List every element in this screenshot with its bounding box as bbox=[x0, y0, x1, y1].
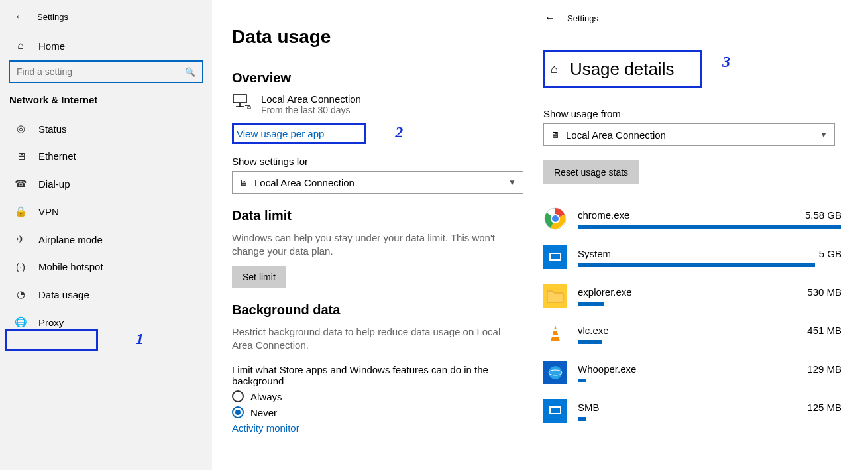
sidebar-item-vpn[interactable]: 🔒 VPN bbox=[0, 198, 212, 225]
overview-row: Local Area Connection From the last 30 d… bbox=[232, 93, 517, 115]
svg-marker-10 bbox=[551, 325, 560, 341]
datausage-icon: ◔ bbox=[15, 288, 27, 300]
vpn-icon: 🔒 bbox=[15, 206, 27, 217]
view-usage-link[interactable]: View usage per app bbox=[237, 128, 324, 139]
data-limit-desc: Windows can help you stay under your dat… bbox=[232, 231, 510, 259]
hotspot-icon: (·) bbox=[15, 261, 27, 272]
radio-label: Always bbox=[250, 391, 282, 402]
sidebar-item-airplane[interactable]: ✈ Airplane mode bbox=[0, 225, 212, 253]
right-header: ← Settings bbox=[543, 9, 841, 36]
data-limit-heading: Data limit bbox=[232, 208, 517, 223]
background-data-desc: Restrict background data to help reduce … bbox=[232, 325, 510, 353]
select-value: Local Area Connection bbox=[566, 129, 666, 141]
radio-always[interactable]: Always bbox=[232, 390, 517, 402]
sidebar-item-status[interactable]: ◎ Status bbox=[0, 115, 212, 143]
home-label: Home bbox=[38, 40, 65, 52]
sidebar-item-label: Dial-up bbox=[38, 178, 70, 190]
app-name: vlc.exe bbox=[578, 325, 609, 336]
usage-select[interactable]: 🖥 Local Area Connection ▼ bbox=[543, 123, 835, 146]
background-sub: Limit what Store apps and Windows featur… bbox=[232, 364, 517, 386]
app-size: 5 GB bbox=[819, 248, 841, 259]
connection-sub: From the last 30 days bbox=[261, 105, 361, 115]
vlc-icon bbox=[543, 322, 567, 346]
settings-select[interactable]: 🖥 Local Area Connection ▼ bbox=[232, 171, 523, 194]
select-value: Local Area Connection bbox=[254, 177, 354, 188]
usage-bar bbox=[578, 263, 815, 267]
show-settings-label: Show settings for bbox=[232, 156, 517, 167]
sidebar-item-datausage[interactable]: ◔ Data usage bbox=[0, 280, 212, 308]
app-row: vlc.exe451 MB bbox=[543, 322, 841, 346]
sidebar-item-label: Proxy bbox=[38, 317, 64, 328]
app-size: 129 MB bbox=[807, 363, 841, 375]
sidebar-item-label: Data usage bbox=[38, 289, 89, 300]
sidebar-item-label: Mobile hotspot bbox=[38, 261, 103, 272]
ethernet-icon: 🖥 bbox=[15, 150, 27, 162]
overview-heading: Overview bbox=[232, 70, 517, 86]
app-name: System bbox=[578, 248, 611, 259]
main-panel: Data usage Overview Local Area Connectio… bbox=[212, 0, 530, 470]
annotation-3: 3 bbox=[722, 53, 730, 71]
usage-bar bbox=[578, 225, 841, 229]
chevron-down-icon: ▼ bbox=[508, 178, 516, 187]
app-row: chrome.exe5.58 GB bbox=[543, 207, 841, 231]
annotation-box-1 bbox=[5, 329, 98, 351]
sidebar-item-label: Airplane mode bbox=[38, 234, 103, 245]
radio-never[interactable]: Never bbox=[232, 406, 517, 418]
app-size: 451 MB bbox=[807, 325, 841, 336]
usage-bar bbox=[578, 302, 604, 306]
app-size: 5.58 GB bbox=[805, 209, 841, 221]
sidebar-item-dialup[interactable]: ☎ Dial-up bbox=[0, 170, 212, 198]
ethernet-mini-icon: 🖥 bbox=[551, 130, 559, 140]
set-limit-button[interactable]: Set limit bbox=[232, 266, 286, 288]
app-name: explorer.exe bbox=[578, 286, 632, 298]
sidebar-item-hotspot[interactable]: (·) Mobile hotspot bbox=[0, 253, 212, 280]
sidebar-item-ethernet[interactable]: 🖥 Ethernet bbox=[0, 143, 212, 170]
app-row: Whooper.exe129 MB bbox=[543, 361, 841, 384]
usage-bar bbox=[578, 340, 602, 344]
connection-icon bbox=[232, 93, 252, 109]
page-title: Data usage bbox=[232, 27, 517, 48]
svg-point-13 bbox=[549, 366, 562, 379]
annotation-box-3: ⌂ Usage details bbox=[543, 50, 702, 88]
whooper-icon bbox=[543, 361, 567, 384]
activity-monitor-link[interactable]: Activity monitor bbox=[232, 422, 517, 434]
system-icon bbox=[543, 245, 567, 269]
header-title: Settings bbox=[37, 12, 68, 22]
home-icon: ⌂ bbox=[15, 40, 27, 52]
right-panel: ← Settings ⌂ Usage details 3 Show usage … bbox=[530, 0, 868, 470]
status-icon: ◎ bbox=[15, 123, 27, 135]
svg-rect-4 bbox=[248, 107, 250, 109]
usage-bar bbox=[578, 379, 586, 382]
back-icon[interactable]: ← bbox=[15, 11, 25, 23]
show-usage-label: Show usage from bbox=[543, 108, 841, 119]
search-box[interactable]: 🔍 bbox=[9, 61, 203, 82]
radio-icon bbox=[232, 390, 244, 402]
proxy-icon: 🌐 bbox=[15, 316, 27, 328]
app-name: chrome.exe bbox=[578, 209, 629, 221]
sidebar: ← Settings ⌂ Home 🔍 Network & Internet ◎… bbox=[0, 0, 212, 470]
annotation-1: 1 bbox=[136, 330, 144, 348]
back-icon[interactable]: ← bbox=[545, 12, 555, 24]
svg-point-7 bbox=[551, 215, 559, 223]
radio-icon-selected bbox=[232, 406, 244, 418]
dialup-icon: ☎ bbox=[15, 178, 27, 190]
usage-details-title: Usage details bbox=[570, 59, 675, 80]
chevron-down-icon: ▼ bbox=[820, 130, 828, 139]
reset-stats-button[interactable]: Reset usage stats bbox=[543, 160, 639, 184]
background-data-heading: Background data bbox=[232, 302, 517, 318]
overview-text: Local Area Connection From the last 30 d… bbox=[261, 93, 361, 115]
search-input[interactable] bbox=[10, 66, 178, 77]
search-icon: 🔍 bbox=[178, 67, 202, 77]
sidebar-item-label: VPN bbox=[38, 206, 59, 217]
app-size: 530 MB bbox=[807, 286, 841, 298]
app-size: 125 MB bbox=[807, 402, 841, 413]
sidebar-header: ← Settings bbox=[0, 8, 212, 34]
svg-rect-12 bbox=[551, 335, 559, 337]
connection-name: Local Area Connection bbox=[261, 93, 361, 105]
svg-rect-9 bbox=[551, 254, 560, 259]
usage-bar bbox=[578, 417, 586, 421]
svg-rect-11 bbox=[553, 329, 558, 331]
home-button[interactable]: ⌂ Home bbox=[0, 34, 212, 61]
app-row: System5 GB bbox=[543, 245, 841, 269]
explorer-icon bbox=[543, 284, 567, 308]
